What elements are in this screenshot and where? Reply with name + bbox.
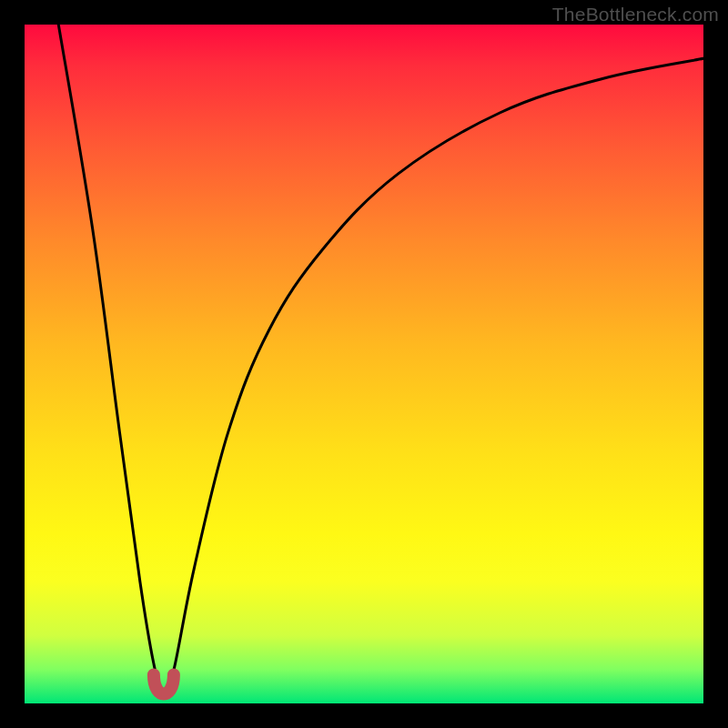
bottleneck-curve-svg <box>25 25 703 703</box>
bottleneck-curve-path <box>58 25 703 697</box>
watermark-text: TheBottleneck.com <box>552 4 719 25</box>
minimum-marker <box>154 675 174 694</box>
chart-plot-area <box>25 25 703 703</box>
